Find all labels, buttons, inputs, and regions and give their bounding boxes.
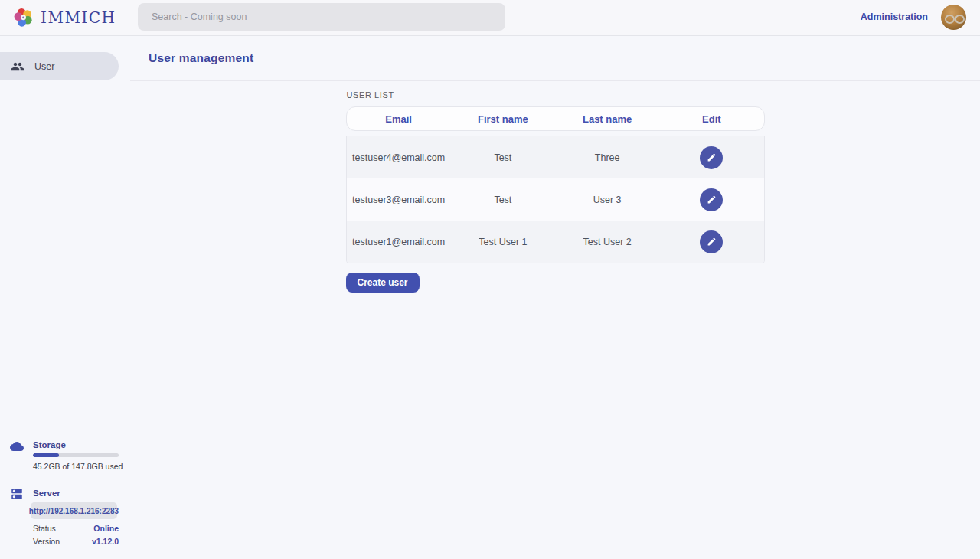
cloud-icon xyxy=(10,440,24,453)
version-value: v1.12.0 xyxy=(92,537,119,546)
page-title: User management xyxy=(149,51,253,65)
top-bar: IMMICH Administration xyxy=(0,0,980,36)
cell-email: testuser4@email.com xyxy=(347,152,451,163)
edit-user-button[interactable] xyxy=(700,188,723,211)
sidebar: User Storage 45.2GB of 147.8GB used Serv… xyxy=(0,36,130,559)
user-list-section: USER LIST Email First name Last name Edi… xyxy=(346,90,765,293)
pencil-icon xyxy=(707,237,717,247)
server-icon xyxy=(10,487,24,501)
status-value: Online xyxy=(93,524,119,533)
user-table-body: testuser4@email.com Test Three testuser3… xyxy=(346,136,765,263)
column-header-edit: Edit xyxy=(659,113,763,125)
cell-last-name: Test User 2 xyxy=(555,237,659,247)
pencil-icon xyxy=(707,195,717,204)
search-bar xyxy=(138,3,505,31)
storage-progress-fill xyxy=(33,453,59,457)
create-user-button[interactable]: Create user xyxy=(346,273,420,293)
sidebar-item-user[interactable]: User xyxy=(0,52,119,80)
main-content: USER LIST Email First name Last name Edi… xyxy=(130,81,980,559)
cell-first-name: Test xyxy=(451,195,555,205)
user-avatar[interactable] xyxy=(941,5,966,30)
cell-last-name: User 3 xyxy=(555,195,659,205)
edit-user-button[interactable] xyxy=(700,230,723,253)
cell-first-name: Test xyxy=(451,152,555,163)
server-status-row: Status Online xyxy=(33,524,119,533)
cell-first-name: Test User 1 xyxy=(451,237,555,247)
administration-link[interactable]: Administration xyxy=(861,11,928,22)
section-label: USER LIST xyxy=(347,90,765,100)
cell-email: testuser3@email.com xyxy=(347,195,451,205)
immich-admin-app: IMMICH Administration User Storage 45.2G… xyxy=(0,0,980,559)
sidebar-divider xyxy=(0,479,119,479)
cell-edit xyxy=(659,230,763,253)
search-input[interactable] xyxy=(152,11,492,22)
sidebar-item-label: User xyxy=(34,61,54,72)
column-header-email: Email xyxy=(347,113,451,125)
server-title: Server xyxy=(33,489,60,498)
pencil-icon xyxy=(707,152,717,162)
edit-user-button[interactable] xyxy=(700,146,723,169)
cell-last-name: Three xyxy=(555,152,659,163)
column-header-last-name: Last name xyxy=(555,113,659,125)
table-row: testuser1@email.com Test User 1 Test Use… xyxy=(347,221,764,263)
server-version-row: Version v1.12.0 xyxy=(33,537,119,546)
status-label: Status xyxy=(33,524,56,533)
brand-wordmark: IMMICH xyxy=(41,8,116,27)
cell-email: testuser1@email.com xyxy=(347,237,451,247)
users-icon xyxy=(11,60,24,74)
user-table-header: Email First name Last name Edit xyxy=(346,106,765,131)
immich-flower-logo-icon xyxy=(14,8,34,28)
storage-usage-text: 45.2GB of 147.8GB used xyxy=(33,462,122,471)
cell-edit xyxy=(659,146,763,169)
storage-progress-bar xyxy=(33,453,119,457)
brand[interactable]: IMMICH xyxy=(14,8,116,28)
main-header: User management xyxy=(130,36,980,81)
version-label: Version xyxy=(33,537,60,546)
server-url-badge: http://192.168.1.216:2283 xyxy=(31,502,117,519)
table-row: testuser3@email.com Test User 3 xyxy=(347,178,764,221)
table-row: testuser4@email.com Test Three xyxy=(347,136,764,178)
storage-title: Storage xyxy=(33,440,66,449)
cell-edit xyxy=(659,188,763,211)
column-header-first-name: First name xyxy=(451,113,555,125)
